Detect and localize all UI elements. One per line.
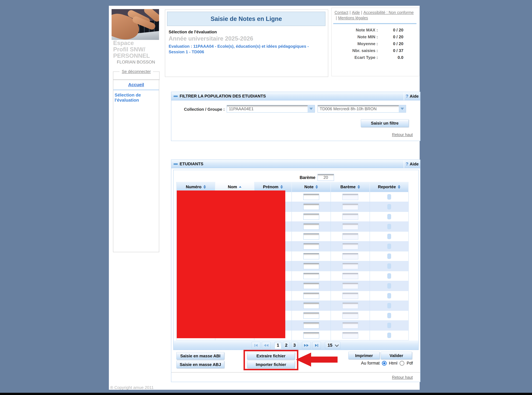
note-input[interactable] — [303, 312, 319, 319]
bareme-row-input[interactable] — [342, 194, 358, 200]
reportee-checkbox[interactable] — [387, 303, 391, 308]
page-button-2[interactable]: 2 — [283, 342, 290, 349]
page-size-select[interactable]: 15 — [325, 342, 340, 349]
collapse-dash-icon[interactable] — [174, 163, 178, 165]
note-input[interactable] — [303, 243, 319, 250]
reportee-checkbox[interactable] — [387, 224, 391, 229]
reportee-checkbox[interactable] — [387, 253, 391, 259]
note-input[interactable] — [303, 263, 319, 269]
reportee-checkbox[interactable] — [387, 204, 391, 209]
page-container: Espace Profil SNW/ PERSONNEL FLORIAN BOS… — [109, 6, 420, 390]
previous-page-button[interactable] — [262, 342, 270, 349]
etudiants-help-button[interactable]: ?Aide — [404, 160, 420, 168]
bareme-row-input[interactable] — [342, 263, 358, 269]
filter-section-header: FILTRER LA POPULATION DES ETUDIANTS ?Aid… — [171, 92, 420, 100]
sidebar-item-accueil[interactable]: Accueil — [113, 82, 159, 87]
sort-icon[interactable] — [357, 185, 360, 189]
next-page-button[interactable] — [302, 342, 311, 349]
bareme-row-input[interactable] — [342, 312, 358, 319]
reportee-checkbox[interactable] — [387, 283, 391, 289]
bareme-row-input[interactable] — [342, 214, 358, 220]
bareme-row-input[interactable] — [342, 302, 358, 309]
aide-link[interactable]: Aide — [352, 10, 360, 15]
back-to-top-link[interactable]: Retour haut — [392, 132, 413, 137]
page-button-3[interactable]: 3 — [291, 342, 298, 349]
collection-select[interactable]: 11PAAA04E1 — [227, 105, 315, 113]
bareme-row-input[interactable] — [342, 322, 358, 329]
valider-button[interactable]: Valider — [381, 352, 412, 359]
sort-icon[interactable] — [280, 185, 283, 189]
group-select[interactable]: TD006 Mercredi 8h-10h BRON — [317, 105, 406, 113]
note-input[interactable] — [303, 223, 319, 230]
reportee-checkbox[interactable] — [387, 234, 391, 239]
accessibilite-link[interactable]: Accessibilité : Non conforme — [363, 10, 414, 15]
bareme-row-input[interactable] — [342, 283, 358, 289]
back-to-top-link[interactable]: Retour haut — [392, 375, 413, 380]
column-header-bareme[interactable]: Barème — [331, 182, 370, 192]
mentions-legales-link[interactable]: Mentions légales — [338, 16, 368, 20]
last-page-button[interactable] — [312, 342, 321, 349]
contact-link[interactable]: Contact — [334, 10, 348, 15]
stats-rows: Note MAX :0 / 20 Note MIN :0 / 20 Moyenn… — [332, 27, 419, 61]
note-input[interactable] — [303, 233, 319, 240]
bareme-row-input[interactable] — [342, 332, 358, 339]
reportee-checkbox[interactable] — [387, 333, 391, 338]
reportee-checkbox[interactable] — [387, 194, 391, 200]
stats-divider — [333, 23, 416, 24]
bareme-input[interactable] — [317, 174, 334, 181]
format-html-radio[interactable] — [382, 361, 387, 366]
note-input[interactable] — [303, 322, 319, 329]
bareme-row-input[interactable] — [342, 253, 358, 259]
bareme-row-input[interactable] — [342, 293, 358, 299]
dropdown-arrow-icon[interactable] — [308, 105, 315, 112]
reportee-cell — [370, 301, 409, 311]
logout-link[interactable]: Se déconnecter — [119, 69, 153, 74]
reportee-cell — [370, 212, 409, 222]
reportee-checkbox[interactable] — [387, 273, 391, 279]
help-question-icon: ? — [406, 161, 408, 166]
note-input[interactable] — [303, 293, 319, 299]
note-input[interactable] — [303, 283, 319, 289]
bareme-row-input[interactable] — [342, 273, 358, 279]
note-input[interactable] — [303, 194, 319, 200]
note-input[interactable] — [303, 332, 319, 339]
note-cell — [292, 241, 331, 252]
bareme-row-input[interactable] — [342, 243, 358, 250]
dropdown-arrow-icon[interactable] — [399, 105, 406, 112]
imprimer-button[interactable]: Imprimer — [348, 352, 380, 359]
bareme-row-input[interactable] — [342, 223, 358, 230]
reportee-checkbox[interactable] — [387, 323, 391, 328]
reportee-checkbox[interactable] — [387, 293, 391, 298]
collapse-dash-icon[interactable] — [174, 96, 178, 97]
note-cell — [292, 261, 331, 271]
sort-asc-icon[interactable] — [239, 186, 242, 188]
reportee-checkbox[interactable] — [387, 313, 391, 318]
selection-heading: Sélection de l'évaluation — [169, 29, 217, 34]
sidebar-item-selection-evaluation[interactable]: Sélection de l'évaluation — [115, 93, 158, 103]
reportee-checkbox[interactable] — [387, 244, 391, 249]
saisir-filtre-button[interactable]: Saisir un filtre — [361, 119, 409, 127]
reportee-checkbox[interactable] — [387, 214, 391, 219]
note-input[interactable] — [303, 302, 319, 309]
reportee-cell — [370, 311, 409, 321]
page-button-1[interactable]: 1 — [275, 342, 281, 349]
column-header-note[interactable]: Note — [292, 182, 331, 192]
copyright-notice: ® Copyright amue 2011 — [110, 385, 154, 390]
sort-icon[interactable] — [203, 185, 206, 189]
sort-icon[interactable] — [398, 185, 400, 189]
bareme-row-input[interactable] — [342, 233, 358, 240]
sort-icon[interactable] — [315, 185, 318, 189]
note-input[interactable] — [303, 214, 319, 220]
reportee-checkbox[interactable] — [387, 263, 391, 269]
note-input[interactable] — [303, 273, 319, 279]
filter-help-button[interactable]: ?Aide — [404, 92, 420, 100]
column-header-reportee[interactable]: Reportée — [370, 182, 409, 192]
first-page-button[interactable] — [252, 342, 260, 349]
saisie-masse-abj-button[interactable]: Saisie en masse ABJ — [177, 361, 224, 368]
saisie-masse-abi-button[interactable]: Saisie en masse ABI — [177, 352, 224, 359]
stat-value: 0 / 20 — [378, 40, 403, 47]
format-pdf-radio[interactable] — [400, 361, 404, 366]
note-input[interactable] — [303, 253, 319, 259]
note-input[interactable] — [303, 203, 319, 210]
bareme-row-input[interactable] — [342, 203, 358, 210]
